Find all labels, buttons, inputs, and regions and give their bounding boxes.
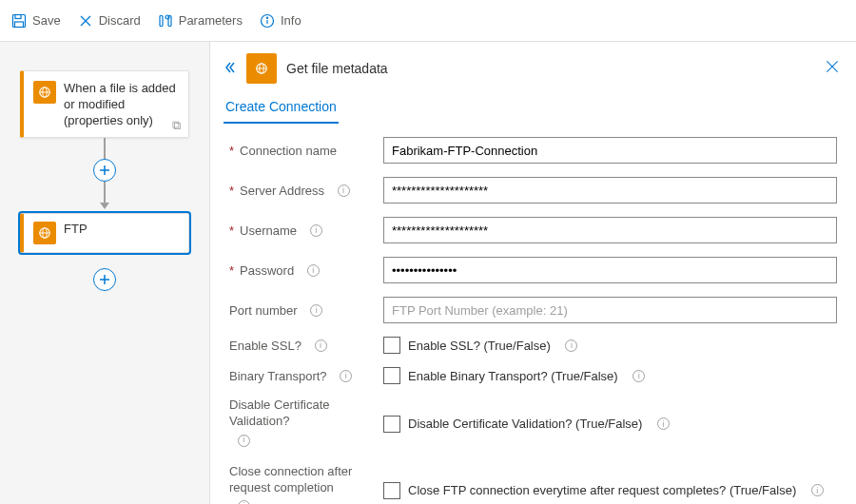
link-icon: ⧉ bbox=[172, 118, 181, 133]
designer-canvas: When a file is added or modified (proper… bbox=[0, 42, 209, 504]
connector-line bbox=[104, 138, 106, 159]
discard-label: Discard bbox=[99, 13, 141, 28]
info-icon[interactable]: i bbox=[338, 184, 350, 197]
ftp-icon bbox=[246, 53, 277, 84]
save-button[interactable]: Save bbox=[11, 13, 61, 29]
toolbar: Save Discard Parameters Info bbox=[0, 0, 856, 42]
port-input[interactable] bbox=[383, 297, 837, 323]
parameters-button[interactable]: Parameters bbox=[158, 13, 243, 29]
add-step-button[interactable] bbox=[93, 159, 116, 182]
connection-form: *Connection name *Server Address i *User… bbox=[210, 124, 856, 504]
parameters-icon bbox=[158, 13, 173, 29]
info-icon[interactable]: i bbox=[811, 484, 824, 496]
ssl-checkbox[interactable] bbox=[383, 337, 400, 354]
panel-title: Get file metadata bbox=[286, 61, 388, 76]
server-address-input[interactable] bbox=[383, 177, 837, 204]
collapse-button[interactable] bbox=[222, 60, 237, 78]
svg-rect-1 bbox=[15, 14, 21, 18]
info-icon[interactable]: i bbox=[310, 304, 322, 317]
password-input[interactable] bbox=[383, 257, 837, 283]
connection-name-label: *Connection name bbox=[229, 144, 374, 158]
close-conn-check-label: Close FTP connection everytime after req… bbox=[408, 483, 824, 497]
action-label: FTP bbox=[64, 222, 88, 244]
info-icon[interactable]: i bbox=[565, 339, 577, 352]
save-icon bbox=[11, 13, 27, 29]
discard-button[interactable]: Discard bbox=[78, 13, 141, 29]
close-conn-checkbox[interactable] bbox=[383, 482, 400, 499]
ftp-icon bbox=[33, 222, 56, 244]
close-conn-label: Close connection after request completio… bbox=[229, 464, 374, 504]
binary-check-label: Enable Binary Transport? (True/False) i bbox=[408, 369, 645, 383]
binary-label: Binary Transport? i bbox=[229, 369, 374, 383]
svg-point-10 bbox=[266, 17, 267, 18]
parameters-label: Parameters bbox=[179, 13, 243, 28]
info-label: Info bbox=[281, 13, 302, 28]
main-area: When a file is added or modified (proper… bbox=[0, 42, 856, 504]
info-button[interactable]: Info bbox=[260, 13, 302, 29]
ssl-check-label: Enable SSL? (True/False) i bbox=[408, 339, 577, 353]
info-icon[interactable]: i bbox=[238, 435, 250, 447]
binary-checkbox[interactable] bbox=[383, 367, 400, 384]
username-label: *Username i bbox=[229, 223, 374, 238]
ftp-action-card[interactable]: FTP bbox=[20, 213, 189, 253]
ftp-icon bbox=[33, 81, 56, 104]
info-icon[interactable]: i bbox=[310, 224, 322, 237]
cert-checkbox[interactable] bbox=[383, 416, 400, 433]
trigger-label: When a file is added or modified (proper… bbox=[64, 81, 179, 129]
info-icon[interactable]: i bbox=[632, 370, 645, 382]
password-label: *Password i bbox=[229, 263, 374, 278]
info-icon bbox=[260, 13, 275, 29]
save-label: Save bbox=[32, 13, 61, 28]
cert-check-label: Disable Certificate Validation? (True/Fa… bbox=[408, 417, 670, 431]
details-panel: Get file metadata Create Connection *Con… bbox=[209, 42, 856, 504]
panel-tabs: Create Connection bbox=[210, 91, 856, 124]
connector-line bbox=[104, 182, 106, 203]
discard-icon bbox=[78, 13, 93, 29]
trigger-card[interactable]: When a file is added or modified (proper… bbox=[20, 70, 189, 138]
server-address-label: *Server Address i bbox=[229, 184, 374, 198]
info-icon[interactable]: i bbox=[238, 500, 250, 504]
add-step-button[interactable] bbox=[93, 268, 116, 291]
close-button[interactable] bbox=[824, 58, 841, 80]
connection-name-input[interactable] bbox=[383, 137, 837, 164]
username-input[interactable] bbox=[383, 217, 837, 243]
info-icon[interactable]: i bbox=[340, 370, 352, 382]
port-label: Port number i bbox=[229, 303, 374, 318]
info-icon[interactable]: i bbox=[307, 264, 320, 277]
panel-header: Get file metadata bbox=[210, 42, 856, 87]
tab-create-connection[interactable]: Create Connection bbox=[224, 91, 339, 124]
arrow-down-icon bbox=[100, 203, 109, 209]
cert-label: Disable Certificate Validation? i bbox=[229, 397, 374, 451]
svg-rect-2 bbox=[15, 22, 24, 28]
info-icon[interactable]: i bbox=[657, 417, 670, 430]
ssl-label: Enable SSL? i bbox=[229, 339, 374, 353]
info-icon[interactable]: i bbox=[315, 339, 327, 352]
svg-rect-5 bbox=[160, 15, 163, 26]
